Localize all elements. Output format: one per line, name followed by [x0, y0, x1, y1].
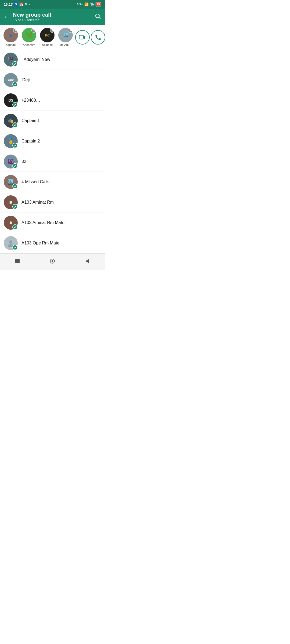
selected-avatar-1: 👤 ✕ — [3, 28, 18, 42]
status-bar: 16:17 S 📅 M · 4G+ 📶 📡 15 — [0, 0, 105, 9]
video-call-button[interactable] — [75, 30, 90, 45]
selected-name-4: Mr. Abi… — [60, 43, 72, 46]
contact-item-7[interactable]: 🏙️ 4 Missed Calls — [0, 172, 105, 192]
back-button[interactable]: ← — [4, 13, 10, 20]
search-button[interactable] — [95, 13, 101, 21]
contact-item-3[interactable]: DS +23480… — [0, 90, 105, 111]
selected-name-2: Abenmire — [23, 43, 35, 46]
svg-point-3 — [9, 240, 12, 244]
remove-contact-3-button[interactable]: ✕ — [50, 28, 55, 33]
check-badge-8 — [12, 204, 18, 209]
check-badge-7 — [12, 184, 18, 189]
nav-recent-button[interactable] — [13, 256, 22, 266]
avatar-wrap-10 — [4, 236, 18, 250]
avatar-wrap-8: 🗒️ — [4, 195, 18, 209]
contact-name-10: A103 Ope Rm Mate — [21, 241, 59, 246]
remove-contact-1-button[interactable]: ✕ — [13, 28, 18, 33]
selected-contact-1[interactable]: 👤 ✕ egunde — [2, 28, 19, 46]
battery-indicator: 15 — [96, 2, 101, 6]
nav-bar — [0, 253, 105, 270]
calendar-icon: 📅 — [19, 2, 23, 6]
contact-name-6: 32 — [21, 159, 26, 164]
contact-item-9[interactable]: 📋 A103 Aminat Rm Mate — [0, 213, 105, 233]
contact-item-1[interactable]: 🏴 . Adeyemi New — [0, 49, 105, 70]
contact-name-1: . Adeyemi New — [21, 57, 50, 62]
selected-contact-4[interactable]: 🏙️ ✕ Mr. Abi… — [57, 28, 74, 46]
avatar-wrap-3: DS — [4, 93, 18, 107]
avatar-wrap-5: 🏅 — [4, 134, 18, 148]
contact-item-4[interactable]: 🎭 Captain 1 — [0, 111, 105, 131]
voice-call-button[interactable] — [91, 30, 105, 45]
svg-line-1 — [99, 17, 101, 19]
page-title: New group call — [13, 12, 91, 18]
check-badge-5 — [12, 143, 18, 148]
selected-contact-2[interactable]: 🌿 ✕ Abenmire — [20, 28, 38, 46]
check-badge-6 — [12, 163, 18, 169]
contact-name-2: 'Deji — [21, 78, 30, 82]
check-badge-10 — [12, 245, 18, 250]
avatar-wrap-4: 🎭 — [4, 114, 18, 128]
svg-rect-2 — [79, 35, 83, 39]
contact-item-8[interactable]: 🗒️ A103 Aminat Rm — [0, 192, 105, 213]
contact-name-3: +23480… — [21, 98, 40, 103]
avatar-wrap-6: 🌆 — [4, 155, 18, 169]
contact-item-6[interactable]: 🌆 32 — [0, 151, 105, 172]
check-badge-9 — [12, 224, 18, 230]
network-label: 4G+ — [77, 2, 83, 6]
status-time: 16:17 — [4, 2, 13, 6]
nav-home-button[interactable] — [48, 256, 57, 266]
wifi-icon: 📡 — [90, 2, 94, 6]
nav-back-button[interactable] — [82, 256, 92, 266]
status-left: 16:17 S 📅 M · — [4, 2, 30, 6]
selected-contact-3[interactable]: KC ✕ Abidemi — [39, 28, 56, 46]
contact-item-10[interactable]: A103 Ope Rm Mate — [0, 233, 105, 253]
check-badge-2 — [12, 82, 18, 87]
selected-name-3: Abidemi — [42, 43, 53, 46]
contact-list: 🏴 . Adeyemi New 2412 'Deji DS — [0, 49, 105, 253]
header-title-block: New group call 15 of 15 selected — [13, 12, 91, 22]
status-right: 4G+ 📶 📡 15 — [77, 2, 101, 6]
contact-name-9: A103 Aminat Rm Mate — [21, 220, 64, 225]
avatar-wrap-7: 🏙️ — [4, 175, 18, 189]
check-badge-1 — [12, 61, 18, 67]
contact-item-2[interactable]: 2412 'Deji — [0, 70, 105, 90]
remove-contact-4-button[interactable]: ✕ — [68, 28, 73, 33]
contact-name-8: A103 Aminat Rm — [21, 200, 54, 205]
selected-contacts-row: 👤 ✕ egunde 🌿 ✕ Abenmire KC ✕ Abidemi 🏙️ … — [0, 25, 105, 49]
svg-rect-5 — [15, 259, 20, 263]
remove-contact-2-button[interactable]: ✕ — [31, 28, 36, 33]
avatar-wrap-1: 🏴 — [4, 53, 18, 67]
check-badge-4 — [12, 122, 18, 128]
contact-name-7: 4 Missed Calls — [21, 180, 49, 184]
selected-avatar-4: 🏙️ ✕ — [58, 28, 73, 42]
avatar-wrap-9: 📋 — [4, 216, 18, 230]
samsung-icon: S — [14, 2, 18, 6]
header: ← New group call 15 of 15 selected — [0, 9, 105, 25]
selected-avatar-3: KC ✕ — [40, 28, 55, 42]
contact-name-4: Captain 1 — [21, 118, 40, 123]
svg-marker-8 — [85, 259, 89, 263]
avatar-wrap-2: 2412 — [4, 73, 18, 87]
dot-icon: · — [29, 2, 30, 6]
selected-name-1: egunde — [6, 43, 16, 46]
selected-avatar-2: 🌿 ✕ — [22, 28, 36, 42]
selected-count: 15 of 15 selected — [13, 18, 91, 22]
contact-name-5: Captain 2 — [21, 139, 40, 144]
check-badge-3 — [12, 102, 18, 107]
signal-icon: 📶 — [84, 2, 89, 6]
contact-item-5[interactable]: 🏅 Captain 2 — [0, 131, 105, 151]
svg-point-7 — [52, 260, 53, 262]
gmail-icon: M — [25, 2, 27, 6]
